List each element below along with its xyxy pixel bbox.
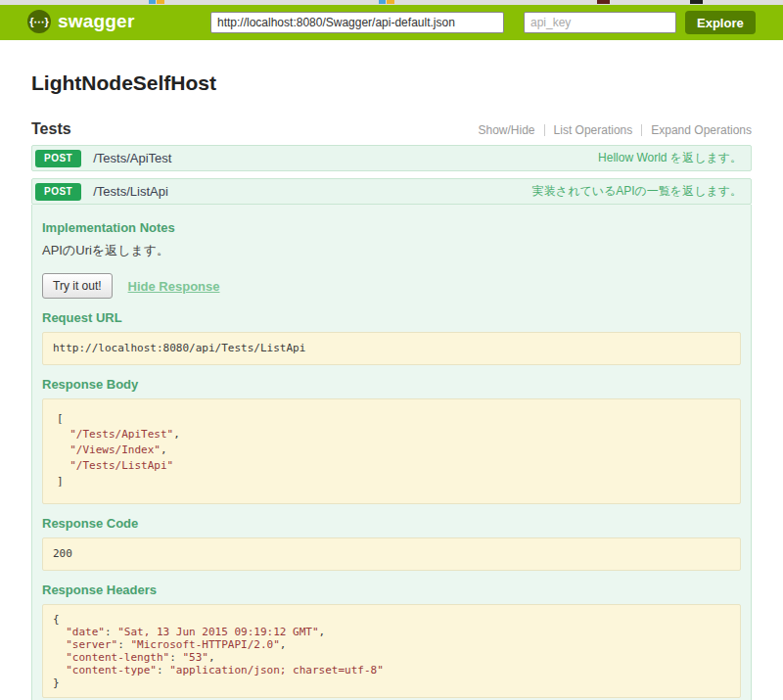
browser-chrome-fragment xyxy=(379,0,386,4)
show-hide-link[interactable]: Show/Hide xyxy=(470,123,544,137)
request-url-value: http://localhost:8080/api/Tests/ListApi xyxy=(53,341,730,356)
api-url-input[interactable] xyxy=(210,12,504,33)
request-url-box: http://localhost:8080/api/Tests/ListApi xyxy=(42,332,741,365)
response-headers-heading: Response Headers xyxy=(42,583,741,597)
browser-chrome-fragment xyxy=(149,0,156,4)
hide-response-link[interactable]: Hide Response xyxy=(128,279,220,294)
response-headers-value: { "date": "Sat, 13 Jun 2015 09:19:12 GMT… xyxy=(53,613,730,689)
response-body-value: [ "/Tests/ApiTest", "/Views/Index", "/Te… xyxy=(57,411,730,490)
implementation-notes-heading: Implementation Notes xyxy=(42,220,741,235)
operation-row-apitest[interactable]: POST /Tests/ApiTest Hellow World を返します。 xyxy=(31,145,752,171)
response-body-box: [ "/Tests/ApiTest", "/Views/Index", "/Te… xyxy=(42,398,741,504)
swagger-logo: {⋯} swagger xyxy=(27,10,135,33)
implementation-notes-text: APIのUriを返します。 xyxy=(42,242,741,259)
expand-operations-link[interactable]: Expand Operations xyxy=(642,123,752,137)
response-headers-box: { "date": "Sat, 13 Jun 2015 09:19:12 GMT… xyxy=(42,604,741,698)
post-method-badge: POST xyxy=(35,150,81,167)
operation-summary: 実装されているAPIの一覧を返します。 xyxy=(532,183,742,200)
operation-path[interactable]: /Tests/ApiTest xyxy=(93,151,598,165)
operation-summary: Hellow World を返します。 xyxy=(598,150,742,166)
response-body-heading: Response Body xyxy=(42,377,741,392)
page-title: LightNodeSelfHost xyxy=(31,71,752,95)
operation-block-listapi: POST /Tests/ListApi 実装されているAPIの一覧を返します。 … xyxy=(31,178,752,700)
api-key-input[interactable] xyxy=(524,12,676,33)
post-method-badge: POST xyxy=(35,183,81,201)
browser-chrome-fragment xyxy=(387,0,394,4)
tests-section-header: Tests Show/Hide List Operations Expand O… xyxy=(31,120,752,138)
list-operations-link[interactable]: List Operations xyxy=(545,123,642,137)
tests-section-title[interactable]: Tests xyxy=(31,120,71,138)
operation-path[interactable]: /Tests/ListApi xyxy=(93,184,532,199)
operation-expanded-panel: Implementation Notes APIのUriを返します。 Try i… xyxy=(31,205,752,700)
explore-button[interactable]: Explore xyxy=(685,11,756,34)
request-url-heading: Request URL xyxy=(42,310,741,325)
swagger-logo-icon: {⋯} xyxy=(27,10,51,33)
try-it-out-button[interactable]: Try it out! xyxy=(42,273,113,299)
operation-row-listapi[interactable]: POST /Tests/ListApi 実装されているAPIの一覧を返します。 xyxy=(31,178,752,205)
swagger-logo-text: swagger xyxy=(58,11,135,32)
response-code-value: 200 xyxy=(53,546,730,562)
swagger-header: {⋯} swagger Explore xyxy=(0,5,783,40)
tests-section-links: Show/Hide List Operations Expand Operati… xyxy=(470,123,752,137)
browser-chrome-fragment xyxy=(157,0,164,4)
browser-chrome-fragment xyxy=(597,0,610,4)
response-code-heading: Response Code xyxy=(42,516,741,531)
response-code-box: 200 xyxy=(42,537,741,571)
browser-chrome-fragment xyxy=(690,0,703,4)
